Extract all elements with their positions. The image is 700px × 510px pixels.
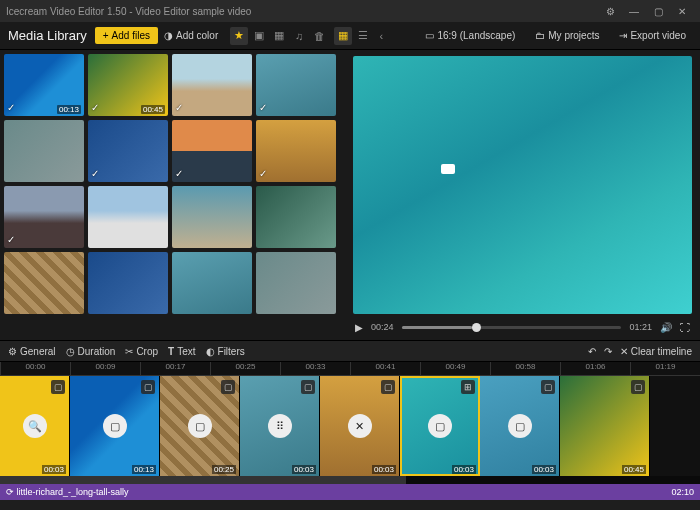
seek-bar[interactable] bbox=[402, 326, 622, 329]
thumb-duration: 00:13 bbox=[57, 105, 81, 114]
media-thumbnail[interactable]: ✓ bbox=[256, 54, 336, 116]
clip-type-icon: ▢ bbox=[141, 380, 155, 394]
timeline-clip[interactable]: ▢▢00:03 bbox=[480, 376, 560, 476]
media-thumbnail[interactable] bbox=[256, 252, 336, 314]
media-thumbnail[interactable] bbox=[4, 252, 84, 314]
media-thumbnail[interactable]: ✓ bbox=[172, 120, 252, 182]
audio-icon[interactable]: ♫ bbox=[290, 27, 308, 45]
filters-button[interactable]: ◐ Filters bbox=[206, 346, 245, 357]
media-thumbnail[interactable] bbox=[88, 186, 168, 248]
clip-duration: 00:13 bbox=[132, 465, 156, 474]
view-icons: ▦ ☰ bbox=[334, 27, 372, 45]
clip-type-icon: ▢ bbox=[631, 380, 645, 394]
media-thumbnail[interactable]: ✓ bbox=[256, 120, 336, 182]
check-icon: ✓ bbox=[91, 168, 99, 179]
timeline-clip[interactable]: ▢▢00:25 bbox=[160, 376, 240, 476]
collapse-icon[interactable]: ‹ bbox=[372, 27, 390, 45]
add-color-button[interactable]: ◑ Add color bbox=[158, 27, 224, 44]
my-projects-button[interactable]: 🗀 My projects bbox=[529, 27, 605, 44]
boat-graphic bbox=[441, 164, 455, 174]
check-icon: ✓ bbox=[259, 102, 267, 113]
media-thumbnail[interactable]: ✓00:13 bbox=[4, 54, 84, 116]
volume-icon[interactable]: 🔊 bbox=[660, 322, 672, 333]
check-icon: ✓ bbox=[175, 102, 183, 113]
export-video-button[interactable]: ⇥ Export video bbox=[613, 27, 692, 44]
media-thumbnail[interactable]: ✓ bbox=[4, 186, 84, 248]
grid-view-icon[interactable]: ▦ bbox=[334, 27, 352, 45]
play-button[interactable]: ▶ bbox=[355, 322, 363, 333]
redo-button[interactable]: ↷ bbox=[604, 346, 612, 357]
star-icon[interactable]: ★ bbox=[230, 27, 248, 45]
loop-icon[interactable]: ⟳ bbox=[6, 487, 14, 497]
aspect-ratio-button[interactable]: ▭ 16:9 (Landscape) bbox=[419, 27, 521, 44]
trash-icon[interactable]: 🗑 bbox=[310, 27, 328, 45]
image-icon[interactable]: ▦ bbox=[270, 27, 288, 45]
clip-type-icon: ▢ bbox=[381, 380, 395, 394]
minimize-icon[interactable]: — bbox=[622, 6, 646, 17]
clip-track[interactable]: ▢🔍00:03▢▢00:13▢▢00:25▢⠿00:03▢✕00:03⊞▢00:… bbox=[0, 376, 700, 476]
clip-type-icon: ▢ bbox=[301, 380, 315, 394]
check-icon: ✓ bbox=[7, 102, 15, 113]
media-thumbnail[interactable] bbox=[172, 186, 252, 248]
current-time: 00:24 bbox=[371, 322, 394, 332]
clip-duration: 00:03 bbox=[452, 465, 476, 474]
timeline: 00:0000:0900:1700:2500:3300:4100:4900:58… bbox=[0, 362, 700, 492]
timeline-clip[interactable]: ▢✕00:03 bbox=[320, 376, 400, 476]
check-icon: ✓ bbox=[259, 168, 267, 179]
video-icon[interactable]: ▣ bbox=[250, 27, 268, 45]
clip-duration: 00:03 bbox=[372, 465, 396, 474]
timeline-scrollbar[interactable] bbox=[0, 476, 700, 484]
clip-duration: 00:03 bbox=[292, 465, 316, 474]
thumb-duration: 00:45 bbox=[141, 105, 165, 114]
duration-button[interactable]: ◷ Duration bbox=[66, 346, 116, 357]
audio-clip-duration: 02:10 bbox=[671, 487, 694, 497]
timeline-clip[interactable]: ▢00:45 bbox=[560, 376, 650, 476]
clip-action-button[interactable]: ▢ bbox=[508, 414, 532, 438]
text-button[interactable]: T Text bbox=[168, 346, 195, 357]
media-thumbnail[interactable]: ✓ bbox=[172, 54, 252, 116]
clip-type-icon: ▢ bbox=[51, 380, 65, 394]
settings-icon[interactable]: ⚙ bbox=[598, 6, 622, 17]
media-thumbnail[interactable]: ✓00:45 bbox=[88, 54, 168, 116]
close-icon[interactable]: ✕ bbox=[670, 6, 694, 17]
clear-timeline-button[interactable]: ✕ Clear timeline bbox=[620, 346, 692, 357]
clip-action-button[interactable]: 🔍 bbox=[23, 414, 47, 438]
video-canvas[interactable] bbox=[353, 56, 692, 314]
clip-duration: 00:03 bbox=[532, 465, 556, 474]
clip-duration: 00:25 bbox=[212, 465, 236, 474]
audio-track[interactable]: ⟳ little-richard_-_long-tall-sally 02:10 bbox=[0, 484, 700, 500]
check-icon: ✓ bbox=[7, 234, 15, 245]
fullscreen-icon[interactable]: ⛶ bbox=[680, 322, 690, 333]
media-thumbnail[interactable] bbox=[88, 252, 168, 314]
undo-button[interactable]: ↶ bbox=[588, 346, 596, 357]
crop-button[interactable]: ✂ Crop bbox=[125, 346, 158, 357]
app-title: Icecream Video Editor 1.50 - Video Edito… bbox=[6, 6, 251, 17]
time-ruler[interactable]: 00:0000:0900:1700:2500:3300:4100:4900:58… bbox=[0, 362, 700, 376]
timeline-clip[interactable]: ▢⠿00:03 bbox=[240, 376, 320, 476]
media-library: ✓00:13✓00:45✓✓✓✓✓✓ bbox=[0, 50, 345, 340]
clip-action-button[interactable]: ▢ bbox=[103, 414, 127, 438]
clip-duration: 00:03 bbox=[42, 465, 66, 474]
clip-action-button[interactable]: ⠿ bbox=[268, 414, 292, 438]
clip-duration: 00:45 bbox=[622, 465, 646, 474]
media-filter-icons: ★ ▣ ▦ ♫ 🗑 bbox=[230, 27, 328, 45]
media-thumbnail[interactable] bbox=[4, 120, 84, 182]
media-thumbnail[interactable]: ✓ bbox=[88, 120, 168, 182]
clip-type-icon: ▢ bbox=[221, 380, 235, 394]
add-files-button[interactable]: + Add files bbox=[95, 27, 158, 44]
library-heading: Media Library bbox=[8, 28, 87, 43]
clip-action-button[interactable]: ✕ bbox=[348, 414, 372, 438]
timeline-clip[interactable]: ▢🔍00:03 bbox=[0, 376, 70, 476]
topbar: Media Library + Add files ◑ Add color ★ … bbox=[0, 22, 700, 50]
media-thumbnail[interactable] bbox=[256, 186, 336, 248]
media-thumbnail[interactable] bbox=[172, 252, 252, 314]
clip-edit-toolbar: ⚙ General ◷ Duration ✂ Crop T Text ◐ Fil… bbox=[0, 340, 700, 362]
general-button[interactable]: ⚙ General bbox=[8, 346, 56, 357]
timeline-clip[interactable]: ⊞▢00:03 bbox=[400, 376, 480, 476]
preview-panel: ▶ 00:24 01:21 🔊 ⛶ bbox=[345, 50, 700, 340]
clip-action-button[interactable]: ▢ bbox=[188, 414, 212, 438]
maximize-icon[interactable]: ▢ bbox=[646, 6, 670, 17]
timeline-clip[interactable]: ▢▢00:13 bbox=[70, 376, 160, 476]
clip-action-button[interactable]: ▢ bbox=[428, 414, 452, 438]
list-view-icon[interactable]: ☰ bbox=[354, 27, 372, 45]
